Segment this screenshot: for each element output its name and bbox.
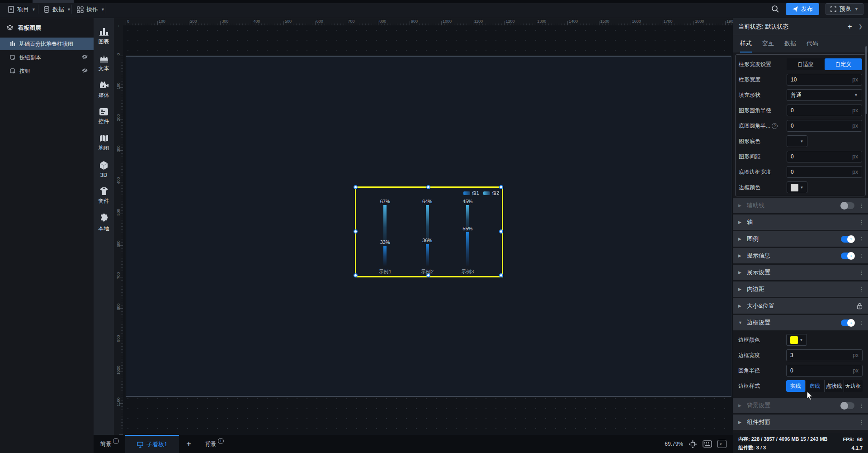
tab-data[interactable]: 数据: [784, 35, 796, 52]
chevron-down-icon: ▼: [800, 186, 804, 190]
kebab-menu-icon[interactable]: ⋮: [859, 288, 863, 290]
chevron-right-icon[interactable]: ❯: [859, 24, 863, 29]
tool-3d[interactable]: 3D: [99, 161, 108, 178]
layer-item-stacked-bar-chart[interactable]: 基础百分比堆叠柱状图: [0, 38, 94, 50]
option-auto[interactable]: 自适应: [787, 58, 825, 70]
selection-handle[interactable]: [499, 229, 503, 234]
base-radius-input[interactable]: 0 px: [787, 120, 862, 132]
selection-handle[interactable]: [354, 185, 358, 189]
border-width-input[interactable]: 3 px: [786, 349, 863, 361]
bar-width-input[interactable]: 10 px: [787, 74, 862, 86]
zoom-level[interactable]: 69.79%: [665, 441, 683, 447]
selection-handle[interactable]: [354, 273, 358, 277]
border-color-picker[interactable]: ▼: [786, 334, 807, 346]
kebab-menu-icon[interactable]: ⋮: [859, 205, 863, 206]
panel-scrollbar[interactable]: [865, 46, 867, 114]
unit-label: px: [852, 153, 858, 160]
bar-chart-icon: [10, 41, 15, 47]
kebab-menu-icon[interactable]: ⋮: [859, 322, 863, 324]
publish-button[interactable]: 发布: [786, 3, 819, 15]
fill-shape-select[interactable]: 普通 ▼: [787, 89, 862, 101]
base-border-width-input[interactable]: 0 px: [787, 166, 862, 178]
h-ruler-label: 1700: [663, 19, 672, 24]
style-dotted[interactable]: 点状线: [825, 380, 844, 392]
layer-item-button[interactable]: 按钮: [0, 65, 94, 77]
guides-toggle[interactable]: [841, 202, 854, 209]
tool-map[interactable]: 地图: [99, 134, 109, 152]
tool-widgets[interactable]: 控件: [99, 108, 109, 125]
section-axis[interactable]: ▶ 轴 ⋮: [733, 215, 868, 230]
menu-project[interactable]: 项目 ▼: [8, 5, 36, 14]
legend-toggle[interactable]: 1: [841, 236, 854, 243]
shape-gap-input[interactable]: 0 px: [787, 151, 862, 162]
tool-charts[interactable]: 图表: [99, 27, 109, 46]
tab-style[interactable]: 样式: [740, 35, 752, 52]
fit-view-icon[interactable]: [689, 440, 697, 448]
section-guides[interactable]: ▶ 辅助线 ⋮: [733, 198, 868, 213]
tab-code[interactable]: 代码: [807, 35, 818, 52]
tab-interaction[interactable]: 交互: [762, 35, 774, 52]
tab-subboard-1[interactable]: 子看板1: [125, 435, 179, 453]
selected-chart-component[interactable]: 值1值2 67%33%示例164%36%示例245%55%示例3: [355, 186, 503, 277]
background-toggle[interactable]: [841, 402, 854, 409]
section-display[interactable]: ▶ 展示设置 ⋮: [733, 265, 868, 280]
border-toggle[interactable]: 1: [841, 319, 854, 326]
shape-base-color-picker[interactable]: ▼: [787, 135, 807, 147]
kebab-menu-icon[interactable]: ⋮: [859, 405, 863, 406]
background-button[interactable]: 背景 +: [198, 440, 230, 448]
section-component-cover[interactable]: ▶ 组件封面 ⋮: [733, 415, 868, 430]
section-tooltip[interactable]: ▶ 提示信息 1 ⋮: [733, 248, 868, 263]
horizontal-ruler: 0100200300400500600700800900100011001200…: [114, 18, 733, 25]
add-background-icon[interactable]: +: [218, 438, 224, 444]
section-legend[interactable]: ▶ 图例 1 ⋮: [733, 231, 868, 247]
kebab-menu-icon[interactable]: ⋮: [859, 272, 863, 273]
group-border-color-picker[interactable]: ▼: [787, 181, 807, 193]
lock-icon[interactable]: [857, 303, 863, 310]
selection-handle[interactable]: [499, 185, 503, 189]
section-size-position[interactable]: ▶ 大小&位置: [733, 298, 868, 314]
console-icon[interactable]: >_: [717, 440, 726, 448]
hidden-eye-icon[interactable]: [81, 67, 88, 73]
menu-data[interactable]: 数据 ▼: [43, 5, 71, 14]
kebab-menu-icon[interactable]: ⋮: [859, 238, 863, 240]
board-icon: [137, 442, 143, 448]
tool-text[interactable]: 文本: [99, 54, 109, 72]
editor-canvas[interactable]: 值1值2 67%33%示例164%36%示例245%55%示例3: [123, 25, 733, 435]
h-ruler-label: 100: [159, 19, 165, 24]
preview-button[interactable]: 预览 ▼: [826, 3, 863, 15]
kebab-menu-icon[interactable]: ⋮: [859, 255, 863, 257]
style-none[interactable]: 无边框: [844, 380, 863, 392]
selection-handle[interactable]: [354, 229, 358, 234]
selection-handle[interactable]: [426, 273, 430, 277]
add-state-button[interactable]: +: [848, 22, 852, 31]
section-background[interactable]: ▶ 背景设置 ⋮: [733, 398, 868, 413]
add-subboard-button[interactable]: +: [179, 439, 198, 449]
tooltip-toggle[interactable]: 1: [841, 253, 854, 259]
selection-handle[interactable]: [426, 185, 430, 189]
style-solid[interactable]: 实线: [786, 380, 806, 392]
layer-item-button-copy[interactable]: 按钮副本: [0, 51, 94, 64]
kebab-menu-icon[interactable]: ⋮: [859, 421, 863, 423]
corner-radius-input[interactable]: 0 px: [786, 365, 863, 377]
tool-local[interactable]: 本地: [99, 214, 109, 233]
kebab-menu-icon[interactable]: ⋮: [859, 221, 863, 223]
keyboard-icon[interactable]: [703, 440, 712, 448]
tool-kits[interactable]: 套件: [99, 187, 109, 205]
option-custom[interactable]: 自定义: [825, 58, 863, 70]
base-border-width-label: 底图边框宽度: [739, 168, 787, 176]
section-padding[interactable]: ▶ 内边距 ⋮: [733, 281, 868, 297]
tool-media[interactable]: 媒体: [99, 81, 109, 99]
menu-operations[interactable]: 操作 ▼: [77, 5, 105, 14]
hidden-eye-icon[interactable]: [81, 54, 88, 60]
add-foreground-icon[interactable]: +: [113, 438, 119, 444]
section-title: 提示信息: [747, 252, 770, 260]
selection-handle[interactable]: [499, 273, 503, 277]
shape-radius-input[interactable]: 0 px: [787, 105, 862, 116]
foreground-button[interactable]: 前景 +: [94, 440, 125, 448]
tool-label: 地图: [99, 144, 109, 152]
unit-label: px: [852, 169, 858, 175]
section-border-settings[interactable]: ▼ 边框设置 1 ⋮: [733, 315, 868, 330]
style-dashed[interactable]: 虚线: [806, 380, 825, 392]
search-icon[interactable]: [771, 5, 779, 13]
help-icon[interactable]: ?: [772, 123, 778, 129]
